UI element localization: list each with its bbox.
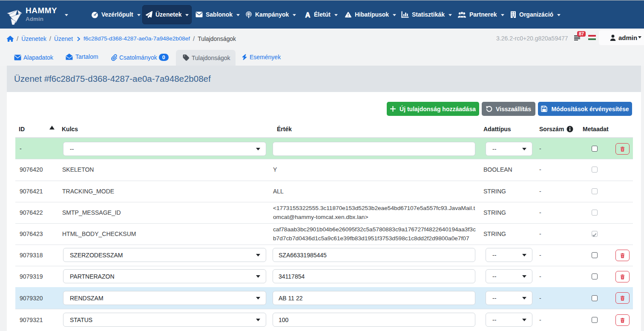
svg-text:A: A — [305, 12, 310, 18]
